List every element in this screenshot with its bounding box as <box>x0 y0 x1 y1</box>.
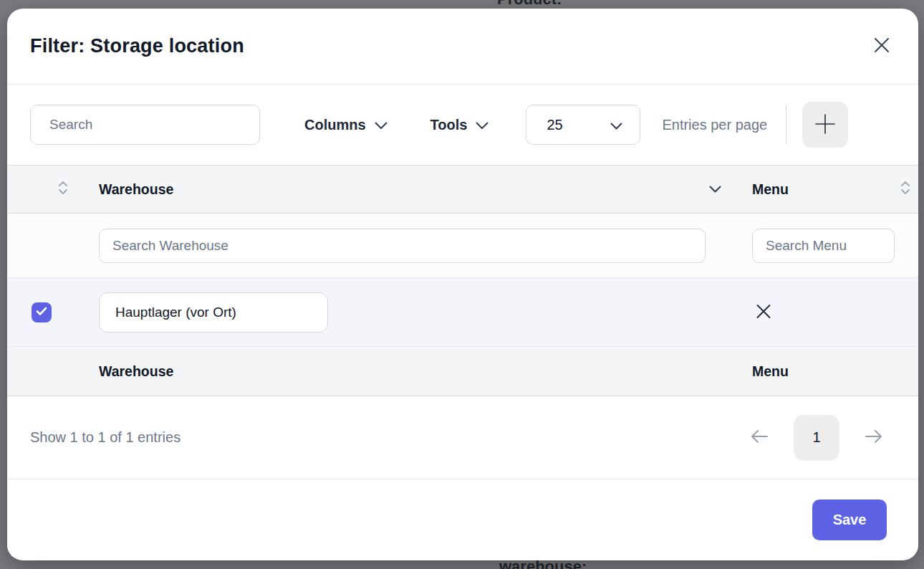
chevron-down-icon[interactable] <box>709 183 721 196</box>
chevron-down-icon <box>610 117 622 133</box>
pagination-row: Show 1 to 1 of 1 entries 1 <box>7 396 918 479</box>
entries-summary: Show 1 to 1 of 1 entries <box>30 429 181 446</box>
tools-dropdown-button[interactable]: Tools <box>430 117 489 133</box>
table-header-row: Warehouse Menu <box>7 166 918 214</box>
close-icon <box>755 302 772 322</box>
chevron-down-icon <box>375 117 388 133</box>
plus-icon <box>814 113 837 138</box>
sort-icon[interactable] <box>57 180 69 199</box>
remove-row-button[interactable] <box>752 300 775 325</box>
toolbar-divider <box>786 105 786 144</box>
columns-dropdown-label: Columns <box>304 117 366 133</box>
entries-per-page-label: Entries per page <box>662 117 767 133</box>
search-warehouse-input[interactable] <box>99 229 706 263</box>
page-number-button[interactable]: 1 <box>794 415 839 461</box>
close-icon <box>872 36 891 57</box>
chevron-down-icon <box>476 117 489 133</box>
row-checkbox[interactable] <box>32 302 52 322</box>
add-filter-row-button[interactable] <box>802 102 848 148</box>
columns-dropdown-button[interactable]: Columns <box>304 117 388 133</box>
modal-title: Filter: Storage location <box>30 35 244 57</box>
pager: 1 <box>746 415 887 461</box>
column-header-warehouse[interactable]: Warehouse <box>99 181 173 198</box>
footer-column-warehouse: Warehouse <box>99 363 173 380</box>
column-search-row <box>7 214 918 278</box>
warehouse-value-input[interactable] <box>99 292 328 333</box>
column-header-menu[interactable]: Menu <box>752 181 789 198</box>
background-page-text-top: Product: <box>497 0 562 9</box>
filter-storage-location-modal: Filter: Storage location Columns Tools 2… <box>7 9 918 560</box>
tools-dropdown-label: Tools <box>430 117 468 133</box>
entries-per-page-value: 25 <box>547 117 562 133</box>
next-page-button[interactable] <box>861 425 887 450</box>
checkmark-icon <box>36 306 47 319</box>
previous-page-button[interactable] <box>746 425 772 450</box>
table-footer-row: Warehouse Menu <box>7 347 918 396</box>
sort-icon[interactable] <box>900 180 911 199</box>
search-menu-input[interactable] <box>752 229 895 263</box>
footer-column-menu: Menu <box>752 363 789 380</box>
table-row <box>7 278 918 347</box>
modal-footer: Save <box>7 479 918 558</box>
save-button[interactable]: Save <box>812 499 887 540</box>
arrow-left-icon <box>749 428 769 447</box>
arrow-right-icon <box>864 428 884 447</box>
entries-per-page-select[interactable]: 25 <box>526 105 640 145</box>
close-button[interactable] <box>870 33 894 59</box>
modal-header: Filter: Storage location <box>7 9 918 85</box>
table-toolbar: Columns Tools 25 Entries per page <box>7 85 918 166</box>
search-input[interactable] <box>30 105 260 145</box>
